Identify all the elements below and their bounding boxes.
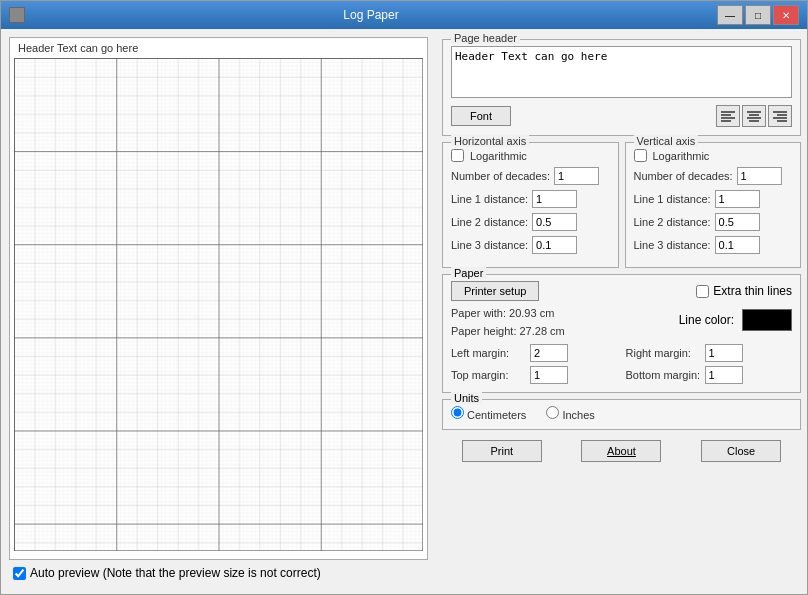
close-label: Close [727, 445, 755, 457]
top-margin-label: Top margin: [451, 369, 526, 381]
preview-area: Header Text can go here // This will be … [9, 37, 428, 560]
about-button[interactable]: About [581, 440, 661, 462]
h-line3-row: Line 3 distance: [451, 236, 610, 254]
align-right-button[interactable] [768, 105, 792, 127]
v-line2-label: Line 2 distance: [634, 216, 711, 228]
v-line3-label: Line 3 distance: [634, 239, 711, 251]
v-line1-row: Line 1 distance: [634, 190, 793, 208]
axes-row: Horizontal axis Logarithmic Number of de… [442, 142, 801, 268]
paper-info: Paper with: 20.93 cm Paper height: 27.28… [451, 305, 565, 340]
line-color-label: Line color: [679, 313, 734, 327]
centimeters-option[interactable]: Centimeters [451, 406, 526, 421]
h-line3-label: Line 3 distance: [451, 239, 528, 251]
h-decades-row: Number of decades: [451, 167, 610, 185]
top-margin-input[interactable] [530, 366, 568, 384]
units-group-title: Units [451, 392, 482, 404]
main-window: Log Paper — □ ✕ Header Text can go here … [0, 0, 808, 595]
top-margin-row: Top margin: [451, 366, 618, 384]
align-left-icon [721, 110, 735, 122]
bottom-margin-input[interactable] [705, 366, 743, 384]
v-line1-label: Line 1 distance: [634, 193, 711, 205]
print-label: Print [491, 445, 514, 457]
paper-width-text: Paper with: 20.93 cm [451, 305, 565, 323]
minimize-button[interactable]: — [717, 5, 743, 25]
main-content: Header Text can go here // This will be … [1, 29, 807, 594]
v-line2-row: Line 2 distance: [634, 213, 793, 231]
h-line1-input[interactable] [532, 190, 577, 208]
v-logarithmic-checkbox[interactable] [634, 149, 647, 162]
h-line1-row: Line 1 distance: [451, 190, 610, 208]
bottom-margin-label: Bottom margin: [626, 369, 701, 381]
align-right-icon [773, 110, 787, 122]
h-line2-label: Line 2 distance: [451, 216, 528, 228]
paper-top-row: Printer setup Extra thin lines [451, 281, 792, 301]
align-left-button[interactable] [716, 105, 740, 127]
close-button[interactable]: Close [701, 440, 781, 462]
align-center-button[interactable] [742, 105, 766, 127]
extra-thin-checkbox[interactable] [696, 285, 709, 298]
h-line3-input[interactable] [532, 236, 577, 254]
v-line2-input[interactable] [715, 213, 760, 231]
v-logarithmic-label: Logarithmic [653, 150, 710, 162]
centimeters-radio[interactable] [451, 406, 464, 419]
h-decades-input[interactable] [554, 167, 599, 185]
paper-group-title: Paper [451, 267, 486, 279]
inches-radio[interactable] [546, 406, 559, 419]
h-logarithmic-checkbox[interactable] [451, 149, 464, 162]
left-margin-label: Left margin: [451, 347, 526, 359]
svg-rect-2 [14, 58, 423, 551]
horizontal-axis-title: Horizontal axis [451, 135, 529, 147]
window-close-button[interactable]: ✕ [773, 5, 799, 25]
header-textarea[interactable] [451, 46, 792, 98]
paper-margins: Left margin: Right margin: Top margin: B… [451, 344, 792, 384]
units-group: Units Centimeters Inches [442, 399, 801, 430]
align-center-icon [747, 110, 761, 122]
h-line2-row: Line 2 distance: [451, 213, 610, 231]
line-color-row: Line color: [679, 309, 792, 331]
v-line3-input[interactable] [715, 236, 760, 254]
v-decades-input[interactable] [737, 167, 782, 185]
paper-height-text: Paper height: 27.28 cm [451, 323, 565, 341]
h-line1-label: Line 1 distance: [451, 193, 528, 205]
horizontal-axis-group: Horizontal axis Logarithmic Number of de… [442, 142, 619, 268]
centimeters-label: Centimeters [467, 409, 526, 421]
print-button[interactable]: Print [462, 440, 542, 462]
h-logarithmic-row: Logarithmic [451, 149, 610, 162]
right-margin-label: Right margin: [626, 347, 701, 359]
page-header-group-title: Page header [451, 32, 520, 44]
font-button[interactable]: Font [451, 106, 511, 126]
line-color-swatch[interactable] [742, 309, 792, 331]
window-title: Log Paper [25, 8, 717, 22]
title-bar: Log Paper — □ ✕ [1, 1, 807, 29]
h-line2-input[interactable] [532, 213, 577, 231]
right-panel: Page header Font [436, 29, 807, 594]
right-margin-row: Right margin: [626, 344, 793, 362]
h-logarithmic-label: Logarithmic [470, 150, 527, 162]
inches-option[interactable]: Inches [546, 406, 594, 421]
log-grid-svg: // This will be rendered via JS below [14, 58, 423, 551]
grid-canvas: // This will be rendered via JS below [14, 58, 423, 551]
v-decades-row: Number of decades: [634, 167, 793, 185]
vertical-axis-group: Vertical axis Logarithmic Number of deca… [625, 142, 802, 268]
preview-panel: Header Text can go here // This will be … [1, 29, 436, 594]
inches-label: Inches [562, 409, 594, 421]
v-logarithmic-row: Logarithmic [634, 149, 793, 162]
v-decades-label: Number of decades: [634, 170, 733, 182]
left-margin-input[interactable] [530, 344, 568, 362]
v-line1-input[interactable] [715, 190, 760, 208]
units-row: Centimeters Inches [451, 406, 792, 421]
paper-group: Paper Printer setup Extra thin lines Pap… [442, 274, 801, 393]
bottom-buttons: Print About Close [442, 436, 801, 464]
window-controls: — □ ✕ [717, 5, 799, 25]
auto-preview-checkbox[interactable] [13, 567, 26, 580]
auto-preview-label: Auto preview (Note that the preview size… [30, 566, 321, 580]
vertical-axis-title: Vertical axis [634, 135, 699, 147]
preview-header-text: Header Text can go here [14, 42, 423, 54]
right-margin-input[interactable] [705, 344, 743, 362]
auto-preview-bar: Auto preview (Note that the preview size… [9, 560, 428, 586]
printer-setup-button[interactable]: Printer setup [451, 281, 539, 301]
maximize-button[interactable]: □ [745, 5, 771, 25]
bottom-margin-row: Bottom margin: [626, 366, 793, 384]
header-controls: Font [451, 105, 792, 127]
page-header-group: Page header Font [442, 39, 801, 136]
